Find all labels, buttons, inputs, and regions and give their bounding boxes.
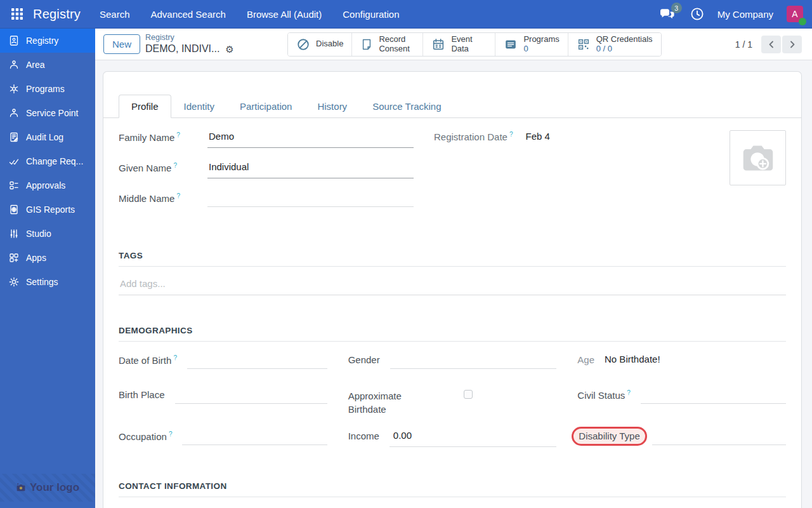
activities-clock-icon[interactable] bbox=[690, 7, 704, 21]
record-consent-button[interactable]: Record Consent bbox=[352, 33, 423, 56]
record-title: DEMO, INDIVI... bbox=[145, 43, 219, 55]
sidebar-item-apps[interactable]: Apps bbox=[0, 246, 95, 270]
sidebar-item-programs[interactable]: Programs bbox=[0, 77, 95, 101]
sidebar-item-audit-log[interactable]: Audit Log bbox=[0, 125, 95, 149]
tab-history[interactable]: History bbox=[304, 95, 360, 118]
registration-date-label: Registration Date? bbox=[434, 131, 513, 142]
app-title[interactable]: Registry bbox=[33, 7, 81, 22]
sidebar: Registry Area Programs Service Point Aud… bbox=[0, 29, 95, 508]
hand-pin-icon bbox=[8, 107, 20, 119]
control-panel: New Registry DEMO, INDIVI... ⚙ Disable R… bbox=[95, 29, 812, 60]
programs-button[interactable]: Programs 0 bbox=[495, 33, 568, 56]
gender-label: Gender bbox=[348, 354, 380, 365]
tab-participation[interactable]: Participation bbox=[227, 95, 305, 118]
tab-identity[interactable]: Identity bbox=[171, 95, 227, 118]
qr-credentials-button[interactable]: QR Credentials 0 / 0 bbox=[568, 33, 661, 56]
tags-input[interactable] bbox=[119, 278, 786, 295]
tab-profile[interactable]: Profile bbox=[119, 95, 171, 118]
actions-gear-icon[interactable]: ⚙ bbox=[225, 44, 233, 54]
form-sheet: Profile Identity Participation History S… bbox=[103, 71, 802, 508]
tab-source-tracking[interactable]: Source Tracking bbox=[360, 95, 454, 118]
occupation-input[interactable] bbox=[182, 430, 327, 445]
grid-glyph bbox=[11, 8, 23, 20]
sidebar-item-gis-reports[interactable]: GIS Reports bbox=[0, 197, 95, 222]
chevron-right-icon bbox=[788, 40, 797, 49]
document-pencil-icon bbox=[8, 131, 20, 143]
sidebar-item-label: Approvals bbox=[26, 180, 65, 190]
middle-name-label: Middle Name? bbox=[119, 192, 207, 204]
chat-badge: 3 bbox=[671, 3, 682, 13]
approximate-birthdate-checkbox[interactable] bbox=[464, 390, 473, 399]
disable-circle-icon bbox=[296, 37, 310, 51]
topbar-right: 3 My Company A bbox=[659, 6, 803, 22]
top-navbar: Registry Search Advanced Search Browse A… bbox=[0, 0, 812, 29]
middle-name-input[interactable] bbox=[207, 192, 414, 207]
map-document-icon bbox=[8, 204, 20, 215]
chevron-left-icon bbox=[767, 40, 776, 49]
date-of-birth-label: Date of Birth? bbox=[119, 354, 177, 366]
disability-type-highlight-ring: Disability Type bbox=[572, 427, 646, 446]
income-input[interactable]: 0.00 bbox=[390, 430, 556, 447]
button-label: Disable bbox=[316, 39, 343, 49]
menu-configuration[interactable]: Configuration bbox=[337, 6, 404, 22]
birth-place-input[interactable] bbox=[175, 389, 327, 404]
given-name-label: Given Name? bbox=[119, 161, 207, 173]
new-button[interactable]: New bbox=[103, 34, 140, 54]
apps-plus-icon bbox=[8, 252, 20, 264]
sidebar-item-service-point[interactable]: Service Point bbox=[0, 101, 95, 125]
help-marker: ? bbox=[509, 131, 513, 138]
pager-next-button[interactable] bbox=[782, 36, 802, 53]
help-marker: ? bbox=[173, 354, 177, 361]
event-data-button[interactable]: Event Data bbox=[423, 33, 495, 56]
gender-input[interactable] bbox=[390, 354, 557, 369]
pager-previous-button[interactable] bbox=[761, 36, 781, 53]
breadcrumb-parent-link[interactable]: Registry bbox=[145, 33, 242, 43]
apps-grid-icon[interactable] bbox=[8, 4, 27, 23]
family-name-input[interactable]: Demo bbox=[207, 131, 414, 148]
tags-section-heading: TAGS bbox=[119, 251, 786, 267]
sidebar-item-approvals[interactable]: Approvals bbox=[0, 173, 95, 197]
sidebar-item-label: Change Req... bbox=[26, 156, 83, 166]
menu-advanced-search[interactable]: Advanced Search bbox=[145, 6, 230, 22]
menu-browse-all-audit[interactable]: Browse All (Audit) bbox=[242, 6, 327, 22]
gear-icon bbox=[8, 276, 20, 288]
sidebar-item-settings[interactable]: Settings bbox=[0, 270, 95, 294]
disability-type-input[interactable] bbox=[652, 430, 786, 445]
family-name-label: Family Name? bbox=[119, 131, 207, 143]
photo-upload-placeholder[interactable] bbox=[730, 130, 786, 185]
top-menu: Search Advanced Search Browse All (Audit… bbox=[95, 6, 405, 22]
company-menu[interactable]: My Company bbox=[717, 9, 773, 20]
button-label: Programs bbox=[523, 35, 559, 44]
sidebar-item-area[interactable]: Area bbox=[0, 53, 95, 77]
button-label: Event Data bbox=[451, 35, 487, 54]
help-marker: ? bbox=[627, 389, 631, 396]
consent-page-icon bbox=[360, 37, 373, 51]
sidebar-item-studio[interactable]: Studio bbox=[0, 222, 95, 246]
camera-icon bbox=[16, 483, 26, 492]
sidebar-item-change-requests[interactable]: Change Req... bbox=[0, 149, 95, 173]
menu-search[interactable]: Search bbox=[95, 6, 135, 22]
help-marker: ? bbox=[169, 431, 173, 438]
sidebar-item-label: Area bbox=[26, 60, 45, 70]
main-content: Profile Identity Participation History S… bbox=[95, 60, 812, 508]
approximate-birthdate-label: Approximate Birthdate bbox=[348, 389, 412, 416]
button-label: QR Credentials bbox=[596, 35, 653, 44]
sidebar-item-label: Audit Log bbox=[26, 132, 63, 142]
date-of-birth-input[interactable] bbox=[187, 354, 327, 369]
sidebar-item-registry[interactable]: Registry bbox=[0, 29, 95, 53]
messages-icon[interactable]: 3 bbox=[659, 6, 677, 22]
sidebar-item-label: Apps bbox=[26, 253, 46, 263]
demographics-grid: Date of Birth? Gender Age No Birthdate! … bbox=[119, 354, 786, 451]
given-name-input[interactable]: Individual bbox=[207, 161, 414, 178]
registration-date-column: Registration Date? Feb 4 bbox=[434, 131, 550, 220]
sidebar-item-label: Programs bbox=[26, 84, 65, 94]
sliders-icon bbox=[8, 228, 20, 239]
registration-date-value: Feb 4 bbox=[525, 131, 549, 142]
user-avatar[interactable]: A bbox=[787, 6, 803, 22]
help-marker: ? bbox=[173, 162, 177, 169]
civil-status-input[interactable] bbox=[641, 389, 786, 404]
action-button-group: Disable Record Consent Event Data Progra… bbox=[287, 32, 662, 57]
help-marker: ? bbox=[176, 192, 180, 199]
disable-button[interactable]: Disable bbox=[288, 33, 352, 56]
disability-type-label: Disability Type bbox=[579, 430, 639, 441]
